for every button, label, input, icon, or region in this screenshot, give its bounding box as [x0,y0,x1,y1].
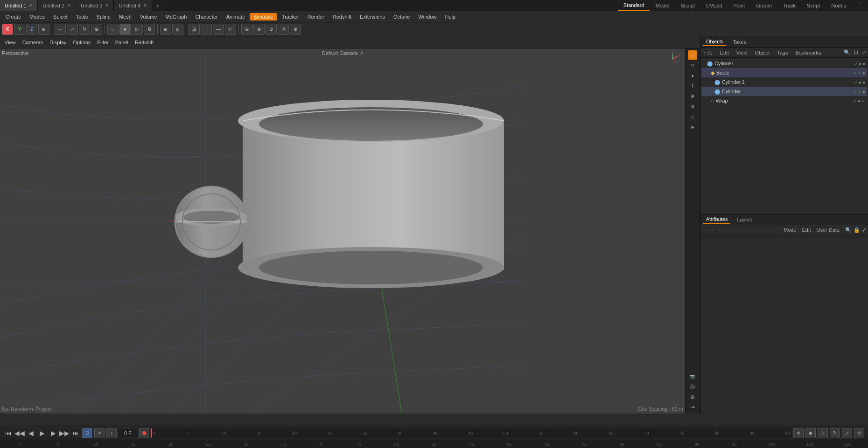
menu-mesh[interactable]: Mesh [115,13,135,21]
ws-tab-sculpt[interactable]: Sculpt [675,0,700,11]
tool-extra4[interactable]: ↺ [278,24,289,35]
ws-tab-nodes[interactable]: Nodes [826,0,852,11]
tool-mode-y[interactable]: Y [14,24,25,35]
tool-render-view[interactable]: ▷ [132,24,143,35]
menu-spline[interactable]: Spline [92,13,114,21]
tool-poly-mode[interactable]: ◻ [225,24,236,35]
tl-play[interactable]: ▶ [37,428,47,438]
vp-menu-view[interactable]: View [2,39,19,46]
tl-auto-key[interactable]: ⊕ [793,428,804,438]
menu-render[interactable]: Render [304,13,328,21]
attr-nav-back[interactable]: ← [702,227,708,233]
tab-1[interactable]: Untitled 1 ✕ [0,0,38,11]
vp-menu-display[interactable]: Display [47,39,69,46]
ws-tab-groom[interactable]: Groom [750,0,777,11]
vp-tool-shading[interactable]: ● [688,71,697,80]
menu-character[interactable]: Character [191,13,221,21]
tab-1-close[interactable]: ✕ [29,3,33,8]
vp-menu-options[interactable]: Options [70,39,93,46]
tab-2[interactable]: Untitled 2 ✕ [38,0,76,11]
vp-tool-sculpt[interactable]: ◈ [688,122,697,131]
menu-animate[interactable]: Animate [223,13,249,21]
menu-modes[interactable]: Modes [26,13,49,21]
attr-lock[interactable]: 🔒 [854,227,860,233]
tab-4-close[interactable]: ✕ [143,3,147,8]
tool-snap2[interactable]: ⊡ [172,24,183,35]
tl-prev-key[interactable]: ◀◀ [15,428,24,438]
tool-mode-z[interactable]: Z [26,24,37,35]
obj-tool-object[interactable]: Object [753,49,771,56]
attr-nav-fwd[interactable]: → [710,227,715,233]
obj-expand-icon[interactable]: ⤢ [862,49,866,55]
tl-last-frame[interactable]: ⏭ [71,428,80,438]
vp-tool-particles[interactable]: ❋ [688,91,697,101]
tl-key-scale[interactable]: ⤢ [842,428,852,438]
tool-extra1[interactable]: ⊕ [241,24,252,35]
menu-volume[interactable]: Volume [136,13,161,21]
attr-tool-edit[interactable]: Edit [800,226,813,234]
tl-first-frame[interactable]: ⏮ [4,428,13,438]
ws-tab-model[interactable]: Model [650,0,675,11]
menu-create[interactable]: Create [2,13,25,21]
tab-layers[interactable]: Layers [734,216,755,223]
ws-tab-track[interactable]: Track [777,0,801,11]
obj-item-cylinder1[interactable]: ⬤ Cylinder.1 ✓ ● ● [701,77,867,87]
tool-edge-mode[interactable]: — [213,24,224,35]
tl-key-all[interactable]: ◆ [805,428,816,438]
frame-display[interactable]: 0 F [119,429,137,437]
tool-coord-system[interactable]: ⊞ [38,24,49,35]
viewport[interactable]: Perspective Default Camera ↗ X Y Grid Sp… [0,48,685,414]
attr-tool-userdata[interactable]: User Data [814,226,841,234]
attr-nav-up[interactable]: ↑ [717,227,720,233]
obj-item-wrap[interactable]: ○ Wrap ✓ ● ✓ [701,96,867,105]
tool-shaded[interactable]: ● [119,24,131,35]
vp-tool-view-mode[interactable]: ⊡ [688,50,697,60]
menu-tools[interactable]: Tools [72,13,92,21]
ws-tab-uvedit[interactable]: UVEdit [700,0,728,11]
tl-audio[interactable]: ♪ [106,428,117,438]
tab-takes[interactable]: Takes [730,38,749,46]
tool-rotate[interactable]: ↻ [79,24,90,35]
tl-record[interactable] [139,428,149,438]
tool-scale[interactable]: ⤢ [67,24,78,35]
obj-tool-view[interactable]: View [735,49,749,56]
vp-tool-grid[interactable]: □ [688,61,697,70]
tab-add-button[interactable]: + [152,2,163,9]
tool-point-mode[interactable]: · [201,24,212,35]
tl-key-rot[interactable]: ↻ [830,428,840,438]
vp-tool-frame[interactable]: ⊞ [688,392,697,401]
menu-octane[interactable]: Octane [390,13,413,21]
tl-step-back[interactable]: ◀ [26,428,35,438]
tl-key-pos[interactable]: ◇ [818,428,828,438]
vp-menu-cameras[interactable]: Cameras [20,39,46,46]
tool-obj-mode[interactable]: ⊟ [189,24,200,35]
vp-menu-redshift[interactable]: Redshift [132,39,156,46]
vp-menu-panel[interactable]: Panel [112,39,131,46]
tool-wireframe[interactable]: □ [107,24,119,35]
menu-simulate[interactable]: Simulate [250,13,277,21]
vp-tool-camera2[interactable]: 🎥 [688,382,697,391]
menu-extensions[interactable]: Extensions [356,13,389,21]
tool-snap1[interactable]: ⊞ [160,24,171,35]
vp-tool-fx[interactable]: ⚙ [688,102,697,111]
vp-tool-extra[interactable]: ⊸ [688,402,697,412]
vp-menu-filter[interactable]: Filter [94,39,111,46]
tab-2-close[interactable]: ✕ [67,3,71,8]
tool-extra5[interactable]: ⊛ [290,24,301,35]
attr-tool-mode[interactable]: Mode [782,226,798,234]
vp-tool-paint[interactable]: ◇ [688,112,697,121]
ws-tab-paint[interactable]: Paint [728,0,750,11]
vp-tool-text[interactable]: T [688,81,697,90]
menu-help[interactable]: Help [441,13,460,21]
tab-4[interactable]: Untitled 4 ✕ [114,0,152,11]
obj-item-cylinder-top[interactable]: ⬤ Cylinder ✓ ● ● [701,59,867,68]
menu-window[interactable]: Window [414,13,440,21]
tool-extra3[interactable]: ⊘ [266,24,277,35]
vp-tool-camera-extra[interactable]: 📷 [688,372,697,381]
tool-transform[interactable]: ⊕ [91,24,102,35]
tool-extra2[interactable]: ⊗ [253,24,265,35]
tl-key-extra[interactable]: ⊗ [854,428,864,438]
tab-objects[interactable]: Objects [703,38,726,46]
attr-expand[interactable]: ⤢ [862,227,866,233]
obj-tool-tags[interactable]: Tags [775,49,790,56]
